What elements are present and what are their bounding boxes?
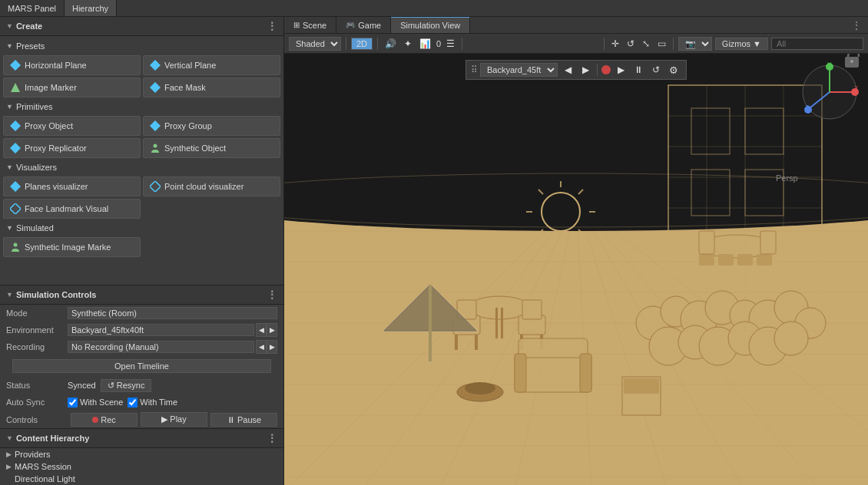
toggle-fx-btn[interactable]: ✦ bbox=[402, 38, 414, 49]
toggle-audio-btn[interactable]: 🔊 bbox=[383, 38, 399, 49]
create-panel-header: ▼ Create ⋮ bbox=[0, 17, 283, 36]
pb-play-btn[interactable]: ▶ bbox=[613, 62, 628, 78]
section-simulated[interactable]: ▼ Simulated bbox=[3, 221, 280, 235]
rect-tool-btn[interactable]: ▭ bbox=[655, 38, 668, 49]
pause-btn[interactable]: ⏸ Pause bbox=[210, 413, 277, 427]
viewport-toolbar: Shaded 2D 🔊 ✦ 📊 0 ☰ ✛ ↺ ⤡ ▭ 📷 bbox=[284, 34, 868, 54]
triangle-icon bbox=[10, 82, 21, 93]
playback-prev-btn[interactable]: ◀ bbox=[560, 62, 575, 78]
sim-env-row: Environment Backyard_45ftx40ft ◀ ▶ bbox=[0, 322, 283, 338]
gizmos-arrow: ▼ bbox=[753, 39, 761, 48]
playback-next-btn[interactable]: ▶ bbox=[578, 62, 593, 78]
pb-settings-btn[interactable]: ⚙ bbox=[666, 62, 681, 78]
mode-dropdown[interactable]: Synthetic (Room) bbox=[68, 307, 277, 319]
section-presets[interactable]: ▼ Presets bbox=[3, 39, 280, 53]
btn-horizontal-plane[interactable]: Horizontal Plane bbox=[3, 55, 141, 75]
btn-proxy-replicator[interactable]: Proxy Replicator bbox=[3, 138, 141, 158]
game-tab-label: Game bbox=[358, 21, 381, 30]
env-next-btn[interactable]: ▶ bbox=[267, 323, 277, 337]
resync-label: Resync bbox=[117, 381, 145, 390]
main-area: ▼ Create ⋮ ▼ Presets Horizontal Plane Ve… bbox=[0, 17, 868, 485]
btn-vertical-plane[interactable]: Vertical Plane bbox=[143, 55, 280, 75]
with-scene-checkbox[interactable] bbox=[68, 398, 78, 407]
btn-proxy-group[interactable]: Proxy Group bbox=[143, 116, 280, 136]
btn-image-marker[interactable]: Image Marker bbox=[3, 78, 141, 97]
recording-dropdown[interactable]: No Recording (Manual) bbox=[68, 341, 254, 353]
hierarchy-item-providers[interactable]: ▶ Providers bbox=[0, 448, 283, 460]
diamond-icon bbox=[150, 60, 161, 71]
visualizers-label: Visualizers bbox=[16, 163, 57, 172]
camera-dropdown[interactable]: 📷 bbox=[678, 37, 712, 51]
content-collapse-arrow[interactable]: ▼ bbox=[6, 434, 13, 442]
recording-next-btn[interactable]: ▶ bbox=[267, 340, 277, 354]
tab-scene[interactable]: ⊞ Scene bbox=[284, 17, 336, 33]
playback-drag-handle[interactable]: ⠿ bbox=[471, 64, 478, 75]
game-icon: 🎮 bbox=[346, 21, 355, 29]
sim-mode-row: Mode Synthetic (Room) bbox=[0, 305, 283, 322]
resync-btn[interactable]: ↺ Resync bbox=[101, 379, 152, 392]
viewport-area: ⊞ Scene 🎮 Game Simulation View ⋮ Shaded … bbox=[284, 17, 868, 485]
content-menu-btn[interactable]: ⋮ bbox=[267, 432, 277, 444]
btn-face-mask[interactable]: Face Mask bbox=[143, 78, 280, 97]
hierarchy-item-directional-light[interactable]: ▶ Directional Light bbox=[0, 473, 283, 485]
person-icon bbox=[150, 143, 161, 153]
svg-rect-10 bbox=[10, 203, 21, 214]
btn-point-cloud[interactable]: Point cloud visualizer bbox=[143, 177, 280, 196]
viewport-tab-menu-btn[interactable]: ⋮ bbox=[845, 17, 868, 33]
timeline-row: Open Timeline bbox=[0, 355, 283, 377]
svg-point-95 bbox=[465, 382, 495, 394]
create-collapse-arrow[interactable]: ▼ bbox=[6, 22, 13, 30]
rec-btn[interactable]: Rec bbox=[71, 413, 137, 427]
open-timeline-btn[interactable]: Open Timeline bbox=[12, 359, 271, 373]
gizmos-btn[interactable]: Gizmos ▼ bbox=[715, 38, 768, 50]
move-tool-btn[interactable]: ✛ bbox=[609, 38, 621, 49]
toolbar-separator-1 bbox=[346, 38, 346, 50]
btn-synthetic-object[interactable]: Synthetic Object bbox=[143, 138, 280, 158]
recording-prev-btn[interactable]: ◀ bbox=[256, 340, 267, 354]
diamond-icon bbox=[10, 143, 21, 153]
create-header-left: ▼ Create bbox=[6, 21, 42, 31]
pb-loop-btn[interactable]: ↺ bbox=[648, 62, 664, 78]
tab-game[interactable]: 🎮 Game bbox=[336, 17, 391, 33]
section-visualizers[interactable]: ▼ Visualizers bbox=[3, 160, 280, 174]
toggle-stats-btn[interactable]: 📊 bbox=[417, 38, 433, 49]
env-dropdown[interactable]: Backyard_45ftx40ft bbox=[68, 324, 254, 336]
tab-hierarchy[interactable]: Hierarchy bbox=[65, 0, 117, 16]
btn-planes-visualizer[interactable]: Planes visualizer bbox=[3, 177, 141, 196]
layer-options-btn[interactable]: ☰ bbox=[444, 38, 457, 49]
btn-face-landmark[interactable]: Face Landmark Visual bbox=[3, 199, 141, 219]
directional-light-label: Directional Light bbox=[15, 474, 75, 483]
create-menu-btn[interactable]: ⋮ bbox=[267, 20, 277, 32]
btn-synthetic-image-marker[interactable]: Synthetic Image Marke bbox=[3, 237, 141, 257]
status-value: Synced ↺ Resync bbox=[68, 379, 151, 392]
tab-simulation-view[interactable]: Simulation View bbox=[391, 17, 470, 33]
diamond-icon bbox=[10, 60, 21, 71]
svg-rect-90 bbox=[737, 254, 753, 266]
diamond-icon bbox=[10, 120, 21, 131]
btn-label: Proxy Group bbox=[164, 121, 212, 130]
play-btn[interactable]: ▶ Play bbox=[141, 412, 207, 427]
clip-dropdown[interactable]: Backyard_45ft bbox=[480, 63, 558, 77]
with-time-label[interactable]: With Time bbox=[128, 398, 177, 407]
shading-dropdown[interactable]: Shaded bbox=[289, 37, 341, 51]
with-scene-label[interactable]: With Scene bbox=[68, 398, 123, 407]
sim-menu-btn[interactable]: ⋮ bbox=[267, 289, 277, 301]
rotate-tool-btn[interactable]: ↺ bbox=[624, 38, 637, 49]
env-prev-btn[interactable]: ◀ bbox=[256, 323, 267, 337]
sim-collapse-arrow[interactable]: ▼ bbox=[6, 291, 13, 299]
viewport-canvas: Persp ⠿ Backyard_45ft ◀ ▶ ▶ ⏸ ↺ ⚙ bbox=[284, 54, 868, 485]
auto-sync-label: Auto Sync bbox=[6, 398, 68, 407]
with-time-checkbox[interactable] bbox=[128, 398, 137, 407]
hierarchy-item-mars-session[interactable]: ▶ MARS Session bbox=[0, 460, 283, 473]
2d-btn[interactable]: 2D bbox=[351, 38, 373, 50]
tab-mars-panel[interactable]: MARS Panel bbox=[0, 0, 65, 16]
svg-rect-5 bbox=[150, 120, 161, 131]
section-primitives[interactable]: ▼ Primitives bbox=[3, 100, 280, 114]
rec-dot bbox=[92, 417, 98, 423]
btn-proxy-object[interactable]: Proxy Object bbox=[3, 116, 141, 136]
top-tab-bar: MARS Panel Hierarchy bbox=[0, 0, 868, 17]
pb-pause-btn[interactable]: ⏸ bbox=[631, 62, 646, 78]
scale-tool-btn[interactable]: ⤡ bbox=[640, 38, 652, 49]
viewport-search-input[interactable] bbox=[771, 38, 863, 50]
sim-controls-title: Simulation Controls bbox=[16, 290, 97, 299]
